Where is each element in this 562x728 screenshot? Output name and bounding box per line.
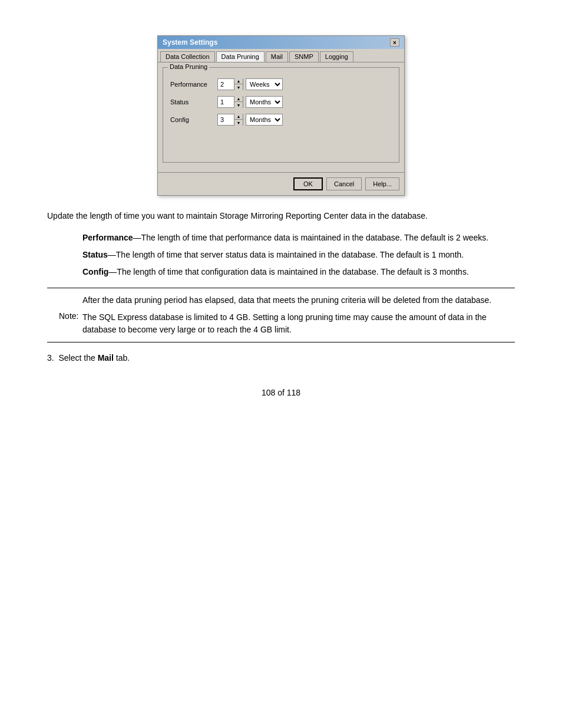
dialog-titlebar: System Settings × [158,36,404,49]
help-button[interactable]: Help... [365,177,399,190]
tab-mail[interactable]: Mail [266,51,288,62]
dialog-tabs: Data Collection Data Pruning Mail SNMP L… [158,49,404,62]
step3-bold: Mail [98,353,114,363]
note-box: After the data pruning period has elapse… [47,288,515,342]
note-label: Note: [47,311,82,336]
dialog-body: Data Pruning Performance 2 ▲ ▼ Weeks Mon… [158,62,404,172]
note-inner: Note: The SQL Express database is limite… [47,311,515,336]
config-spinner[interactable]: 3 ▲ ▼ [217,114,243,126]
data-pruning-group: Data Pruning Performance 2 ▲ ▼ Weeks Mon… [163,67,399,163]
step3-text: 3. Select the Mail tab. [47,352,515,364]
status-term: Status [82,250,108,259]
status-up-arrow[interactable]: ▲ [234,96,243,102]
config-row: Config 3 ▲ ▼ Weeks Months [170,114,392,126]
status-unit-select[interactable]: Weeks Months [246,96,283,108]
config-label: Config [170,116,217,123]
config-unit-select[interactable]: Weeks Months [246,114,283,126]
performance-unit-select[interactable]: Weeks Months [246,78,283,90]
performance-up-arrow[interactable]: ▲ [234,78,243,84]
performance-row: Performance 2 ▲ ▼ Weeks Months [170,78,392,90]
close-icon[interactable]: × [390,38,399,47]
status-item: Status—The length of time that server st… [82,249,515,261]
note-content: The SQL Express database is limited to 4… [82,311,515,336]
status-down-arrow[interactable]: ▼ [234,102,243,108]
performance-label: Performance [170,81,217,88]
status-arrows: ▲ ▼ [234,96,243,108]
group-legend: Data Pruning [168,63,209,70]
performance-arrows: ▲ ▼ [234,78,243,90]
dialog-footer: OK Cancel Help... [158,172,404,195]
ok-button[interactable]: OK [293,177,323,190]
config-item: Config—The length of time that configura… [82,266,515,278]
status-desc: —The length of time that server status d… [108,250,464,259]
performance-value: 2 [218,81,234,88]
tab-data-collection[interactable]: Data Collection [160,51,215,62]
intro-text: Update the length of time you want to ma… [47,210,515,222]
config-down-arrow[interactable]: ▼ [234,120,243,126]
tab-logging[interactable]: Logging [320,51,353,62]
performance-item: Performance—The length of time that perf… [82,232,515,244]
performance-spinner[interactable]: 2 ▲ ▼ [217,78,243,90]
status-row: Status 1 ▲ ▼ Weeks Months [170,96,392,108]
dialog-container: System Settings × Data Collection Data P… [47,35,515,196]
config-up-arrow[interactable]: ▲ [234,114,243,120]
dialog-title: System Settings [163,38,217,47]
performance-down-arrow[interactable]: ▼ [234,84,243,90]
performance-term: Performance [82,233,133,242]
step3-prefix: Select the [58,353,97,363]
status-label: Status [170,98,217,106]
tab-data-pruning[interactable]: Data Pruning [216,51,265,62]
step3-suffix: tab. [114,353,130,363]
config-term: Config [82,267,108,276]
tab-snmp[interactable]: SNMP [289,51,319,62]
performance-desc: —The length of time that performance dat… [133,233,489,242]
status-value: 1 [218,98,234,106]
config-desc: —The length of time that configuration d… [108,267,468,276]
config-arrows: ▲ ▼ [234,114,243,126]
config-value: 3 [218,116,234,123]
status-spinner[interactable]: 1 ▲ ▼ [217,96,243,108]
system-settings-dialog: System Settings × Data Collection Data P… [157,35,405,196]
page-number: 108 of 118 [47,388,515,397]
items-block: Performance—The length of time that perf… [82,232,515,278]
cancel-button[interactable]: Cancel [326,177,362,190]
note-above-text: After the data pruning period has elapse… [82,294,515,307]
